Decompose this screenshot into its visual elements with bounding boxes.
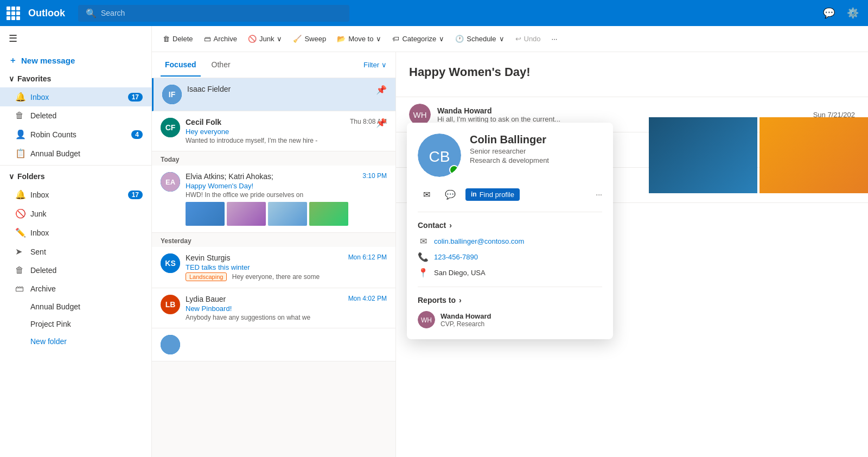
- contact-icon: 👤: [15, 129, 26, 139]
- email-tabs: Focused Other Filter ∨: [152, 52, 395, 78]
- email-content-extra: [186, 335, 387, 354]
- sidebar-item-robin-counts[interactable]: 👤 Robin Counts 4: [0, 125, 151, 144]
- email-item-cecil[interactable]: CF Cecil Folk Thu 8:08 AM Hey everyone W…: [152, 111, 395, 151]
- sweep-icon: 🧹: [293, 35, 302, 43]
- plus-icon: ＋: [9, 55, 17, 66]
- sidebar-item-annual-budget[interactable]: 📋 Annual Budget: [0, 144, 151, 163]
- chat-icon[interactable]: 💬: [820, 4, 838, 22]
- contact-details: Colin Ballinger Senior researcher Resear…: [470, 134, 549, 164]
- topbar: Outlook 🔍 💬 ⚙️: [0, 0, 868, 26]
- email-thumbnails: [186, 202, 387, 226]
- new-message-button[interactable]: ＋ New message: [0, 51, 151, 70]
- favorites-group[interactable]: ∨ Favorites: [0, 70, 151, 87]
- sidebar-item-new-folder[interactable]: New folder: [0, 333, 151, 350]
- svg-text:EA: EA: [165, 178, 176, 186]
- more-options-button[interactable]: ···: [547, 33, 562, 45]
- email-detail-header: Happy Women's Day!: [396, 52, 868, 97]
- app-grid-icon[interactable]: [7, 7, 20, 20]
- search-input[interactable]: [101, 9, 342, 17]
- svg-text:CB: CB: [429, 148, 450, 165]
- delete-button[interactable]: 🗑 Delete: [158, 33, 197, 45]
- contact-avatar-colin: CB: [418, 134, 461, 177]
- folders-group[interactable]: ∨ Folders: [0, 168, 151, 185]
- email-avatar-elvia: EA: [161, 172, 180, 192]
- email-item-elvia[interactable]: EA Elvia Atkins; Katri Ahokas; 3:10 PM H…: [152, 166, 395, 233]
- sidebar-item-annual-budget2[interactable]: Annual Budget: [0, 298, 151, 315]
- email-avatar-extra: [161, 335, 180, 354]
- toolbar: 🗑 Delete 🗃 Archive 🚫 Junk ∨ 🧹 Sweep 📂 Mo…: [152, 26, 868, 52]
- sidebar: ☰ ＋ New message ∨ Favorites 🔔 Inbox 17 🗑…: [0, 26, 152, 457]
- reports-person-info: Wanda Howard CVP, Research: [441, 312, 491, 328]
- svg-text:WH: WH: [413, 110, 427, 119]
- sidebar-item-inbox2[interactable]: 🔔 Inbox 17: [0, 185, 151, 204]
- thumb-2: [227, 202, 266, 226]
- email-detail-images: [649, 117, 868, 193]
- email-item-lydia[interactable]: LB Lydia Bauer Mon 4:02 PM New Pinboard!…: [152, 288, 395, 328]
- move-to-button[interactable]: 📂 Move to ∨: [333, 33, 386, 45]
- email-avatar-cecil: CF: [161, 118, 180, 137]
- inbox2-icon: 🔔: [15, 189, 26, 200]
- reports-to-person: WH Wanda Howard CVP, Research: [418, 311, 602, 328]
- contact-more-button[interactable]: ···: [596, 190, 602, 199]
- settings-icon[interactable]: ⚙️: [844, 4, 861, 22]
- avatar-wanda: WH: [409, 104, 431, 125]
- phone-icon: 📞: [418, 252, 429, 262]
- tab-other[interactable]: Other: [207, 54, 235, 77]
- cat-chevron-icon: ∨: [439, 35, 444, 43]
- email-item-kevin[interactable]: KS Kevin Sturgis Mon 6:12 PM TED talks t…: [152, 247, 395, 288]
- archive-button[interactable]: 🗃 Archive: [200, 33, 241, 45]
- contact-card-popup: CB Colin Ballinger Senior researcher Res…: [407, 123, 613, 339]
- email-content-kevin: Kevin Sturgis Mon 6:12 PM TED talks this…: [186, 253, 387, 281]
- sidebar-item-project-pink[interactable]: Project Pink: [0, 315, 151, 333]
- email-action-button[interactable]: ✉: [418, 186, 435, 203]
- pin-icon-cecil[interactable]: 📌: [376, 118, 387, 128]
- email-item-isaac[interactable]: IF Isaac Fielder 📌: [152, 78, 395, 111]
- email-content-cecil: Cecil Folk Thu 8:08 AM Hey everyone Want…: [186, 118, 387, 144]
- junk-button[interactable]: 🚫 Junk ∨: [244, 33, 286, 45]
- sidebar-item-inbox3[interactable]: ✏️ Inbox: [0, 223, 151, 242]
- schedule-button[interactable]: 🕐 Schedule ∨: [451, 33, 508, 45]
- sidebar-item-inbox[interactable]: 🔔 Inbox 17: [0, 87, 151, 106]
- email-detail-title: Happy Women's Day!: [409, 65, 855, 79]
- reports-to-header[interactable]: Reports to ›: [418, 296, 602, 304]
- contact-section-header[interactable]: Contact ›: [418, 221, 602, 230]
- sweep-button[interactable]: 🧹 Sweep: [289, 33, 330, 45]
- categorize-button[interactable]: 🏷 Categorize ∨: [388, 33, 449, 45]
- thumb-4: [309, 202, 348, 226]
- reports-to-section: Reports to › WH Wanda Howard CVP, Resear…: [418, 287, 602, 328]
- hamburger-icon[interactable]: ☰: [9, 33, 17, 45]
- budget-icon: 📋: [15, 148, 26, 158]
- chevron-down-icon-2: ∨: [9, 172, 14, 181]
- email-content-isaac: Isaac Fielder: [187, 85, 387, 104]
- email-detail-panel: Happy Women's Day! WH Wanda Howard Hi al…: [396, 52, 868, 457]
- detail-image-1: [649, 117, 757, 193]
- online-status-dot: [449, 165, 459, 175]
- archive-toolbar-icon: 🗃: [204, 35, 211, 43]
- sidebar-toggle[interactable]: ☰: [0, 26, 151, 51]
- sidebar-item-archive[interactable]: 🗃 Archive: [0, 280, 151, 298]
- filter-button[interactable]: Filter ∨: [363, 61, 387, 69]
- svg-text:WH: WH: [421, 316, 432, 324]
- chat-action-button[interactable]: 💬: [442, 186, 459, 203]
- email-header-lydia: Lydia Bauer Mon 4:02 PM: [186, 295, 387, 303]
- svg-text:CF: CF: [165, 123, 176, 132]
- email-item-extra[interactable]: [152, 328, 395, 361]
- email-list-panel: Focused Other Filter ∨ IF: [152, 52, 396, 457]
- reports-avatar-wanda: WH: [418, 311, 435, 328]
- sidebar-divider: [0, 165, 151, 166]
- inbox-icon: 🔔: [15, 92, 26, 102]
- sidebar-item-deleted2[interactable]: 🗑 Deleted: [0, 261, 151, 280]
- tab-focused[interactable]: Focused: [161, 54, 201, 77]
- sidebar-item-deleted[interactable]: 🗑 Deleted: [0, 106, 151, 125]
- undo-button[interactable]: ↩ Undo: [511, 33, 545, 45]
- pin-icon-isaac[interactable]: 📌: [376, 85, 387, 95]
- topbar-right-actions: 💬 ⚙️: [820, 4, 861, 22]
- linkedin-icon: in: [471, 191, 477, 198]
- linkedin-button[interactable]: in Find profile: [465, 188, 520, 201]
- junk-icon: 🚫: [15, 208, 26, 219]
- sidebar-item-sent[interactable]: ➤ Sent: [0, 242, 151, 261]
- search-box[interactable]: 🔍: [78, 5, 349, 22]
- thumb-1: [186, 202, 225, 226]
- sidebar-item-junk[interactable]: 🚫 Junk: [0, 204, 151, 223]
- email-header-isaac: Isaac Fielder: [187, 85, 387, 93]
